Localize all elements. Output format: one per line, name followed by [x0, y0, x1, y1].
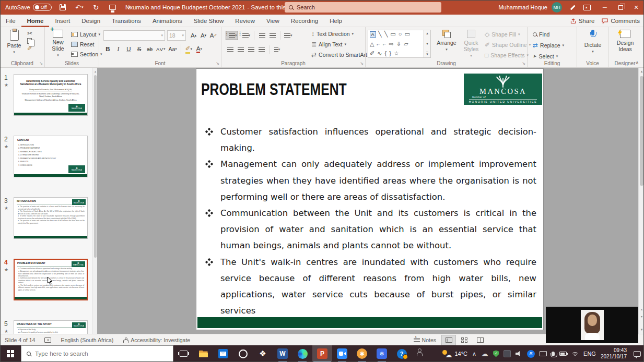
slide-sorter-view-button[interactable] — [457, 335, 472, 345]
shapes-row-2[interactable]: △ ⌐ ⌐ ⇨ ⇩ ▱ — [370, 41, 408, 47]
tray-app-icon[interactable] — [504, 350, 511, 357]
shapes-row-3[interactable]: ✐ ∿ { } ☆ — [370, 50, 400, 57]
tablet-icon[interactable] — [540, 351, 547, 356]
main-scrollbar[interactable]: ▴ ▴ ▾ ▾ — [638, 68, 644, 334]
orange-app-button[interactable]: ✱ — [352, 345, 372, 362]
align-text-button[interactable]: ≣Align Text▾ — [311, 40, 371, 49]
mancosa-logo[interactable]: MANCOSA Member of HONORIS UNITED UNIVERS… — [464, 74, 542, 105]
clear-formatting-button[interactable]: A✐ — [209, 31, 218, 40]
edge-browser-button[interactable] — [292, 345, 312, 362]
scrollbar-thumb[interactable] — [640, 76, 643, 186]
text-box-icon[interactable]: A — [370, 31, 376, 38]
text-direction-button[interactable]: ↕Text Direction▾ — [311, 29, 371, 38]
shape-fill-button[interactable]: ◇Shape Fill▾ — [485, 30, 531, 39]
redo-button[interactable]: ↻ — [90, 2, 102, 13]
slide-editing-area[interactable]: PROBLEM STATEMENT MANCOSA Member of HONO… — [97, 68, 644, 334]
tab-recording[interactable]: Recording — [285, 15, 324, 27]
change-case-button[interactable]: Aa▾ — [168, 44, 177, 54]
inking-icon[interactable] — [569, 4, 576, 11]
task-view-button[interactable] — [173, 345, 193, 362]
tab-help[interactable]: Help — [324, 15, 348, 27]
mail-app-button[interactable] — [213, 345, 233, 362]
tab-view[interactable]: View — [261, 15, 285, 27]
search-input[interactable] — [297, 4, 427, 10]
save-button[interactable] — [57, 2, 68, 13]
thumbnail-slide-3[interactable]: INTRODUCTION ❋MANCOSA The provision of w… — [14, 197, 88, 239]
accessibility-checker[interactable]: Accessibility: Investigate — [118, 334, 195, 346]
arrange-button[interactable]: Arrange ▾ — [435, 27, 459, 52]
layout-button[interactable]: Layout▾ — [71, 30, 102, 39]
microphone-tray-icon[interactable] — [552, 352, 555, 356]
clipboard-dialog-launcher[interactable]: ↘ — [39, 61, 43, 66]
shape-outline-button[interactable]: ✐Shape Outline▾ — [485, 40, 531, 49]
thumbnail-scrollbar[interactable]: ▴ — [92, 68, 97, 334]
align-center-button[interactable] — [236, 45, 245, 54]
minimize-button[interactable]: ─ — [597, 0, 613, 15]
bullets-button[interactable]: ▾ — [226, 31, 238, 40]
thumbnail-slide-4-selected[interactable]: PROBLEM STATEMENT ❋MANCOSA Customer sati… — [14, 259, 88, 300]
section-button[interactable]: Section▾ — [71, 50, 102, 58]
thumbnail-slide-2[interactable]: CONTENT 1. INTRODUCTION 2. PROBLEM STATE… — [14, 136, 88, 177]
tab-file[interactable]: File — [0, 15, 21, 27]
quick-styles-button[interactable]: Quick Styles ▾ — [460, 27, 483, 58]
spell-check-button[interactable]: ✕ — [40, 334, 56, 346]
shapes-gallery-scroll[interactable]: ▴ ▾ ▾ — [424, 30, 431, 58]
next-slide-button[interactable]: ▾ — [639, 316, 644, 318]
scroll-up-icon[interactable]: ▴ — [426, 31, 428, 35]
wifi-icon[interactable] — [571, 351, 579, 356]
shapes-gallery[interactable]: A╲ ╲ ▭ ○ ▭ △ ⌐ ⌐ ⇨ ⇩ ▱ ✐ ∿ { } ☆ — [368, 30, 424, 58]
titlebar-search[interactable] — [285, 2, 441, 13]
scrollbar-thumb[interactable] — [94, 75, 97, 258]
tab-home[interactable]: Home — [21, 15, 50, 27]
strikethrough-ab-button[interactable]: ab — [145, 44, 154, 54]
file-explorer-button[interactable] — [193, 345, 213, 362]
video-meeting-app-button[interactable] — [332, 345, 352, 362]
more-shapes-icon[interactable]: ▾ — [426, 52, 428, 56]
shapes-row-1[interactable]: ╲ ╲ ▭ ○ ▭ — [378, 31, 411, 38]
convert-smartart-button[interactable]: ⇄Convert to SmartArt▾ — [311, 50, 371, 59]
cut-button[interactable]: ✂ — [27, 30, 32, 37]
slide-counter[interactable]: Slide 4 of 14 — [0, 334, 40, 346]
onedrive-icon[interactable]: ☁ — [481, 350, 488, 357]
scroll-up-icon[interactable]: ▴ — [639, 69, 644, 74]
align-right-button[interactable] — [247, 45, 255, 54]
shrink-font-button[interactable]: A▾ — [199, 31, 208, 40]
character-spacing-button[interactable]: AV▾ — [156, 44, 166, 54]
find-button[interactable]: Find — [533, 30, 564, 39]
get-help-button[interactable]: ? — [392, 345, 412, 362]
user-name[interactable]: Muhammad Hoque — [498, 4, 547, 10]
grow-font-button[interactable]: A▴ — [189, 31, 198, 40]
paragraph-dialog-launcher[interactable]: ↘ — [360, 61, 364, 66]
scroll-up-icon[interactable]: ▴ — [93, 69, 97, 73]
tab-slide-show[interactable]: Slide Show — [188, 15, 230, 27]
start-button[interactable] — [0, 345, 21, 362]
align-left-button[interactable] — [226, 45, 235, 54]
snowflake-app-button[interactable]: ❄ — [372, 345, 392, 362]
dropbox-button[interactable]: ❖ — [253, 345, 273, 362]
scroll-down-icon[interactable]: ▾ — [639, 328, 644, 332]
slide-title[interactable]: PROBLEM STATEMENT — [201, 80, 383, 99]
slide-body-text[interactable]: Customer satisfaction influences operati… — [203, 124, 536, 319]
clock[interactable]: 09:43 2021/10/17 — [601, 347, 627, 360]
start-slideshow-button[interactable] — [107, 2, 119, 13]
presenter-webcam-video[interactable] — [546, 307, 638, 343]
normal-view-button[interactable] — [441, 335, 456, 345]
close-button[interactable]: ✕ — [628, 0, 644, 15]
taskbar-search-input[interactable] — [35, 351, 155, 357]
language-button[interactable]: English (South Africa) — [56, 334, 118, 346]
font-dialog-launcher[interactable]: ↘ — [216, 61, 219, 66]
slide-footer-bar[interactable] — [197, 317, 542, 328]
scroll-down-icon[interactable]: ▾ — [426, 42, 428, 46]
select-button[interactable]: ➤Select▾ — [533, 52, 564, 61]
design-ideas-button[interactable]: Design Ideas — [613, 27, 638, 52]
restore-button[interactable] — [613, 0, 628, 15]
tab-transitions[interactable]: Transitions — [106, 15, 147, 27]
paste-button[interactable]: Paste ▾ — [4, 27, 24, 54]
bluetooth-icon[interactable]: B — [527, 350, 535, 358]
share-button[interactable]: Share — [570, 18, 595, 24]
thumbnail-slide-1[interactable]: Determining Service Quality and Customer… — [14, 74, 88, 116]
security-shield-icon[interactable]: ✓ — [493, 351, 499, 357]
collapse-ribbon-button[interactable]: ∧ — [635, 60, 639, 65]
ring-app-button[interactable] — [233, 345, 253, 362]
ribbon-display-options-icon[interactable] — [583, 5, 591, 10]
